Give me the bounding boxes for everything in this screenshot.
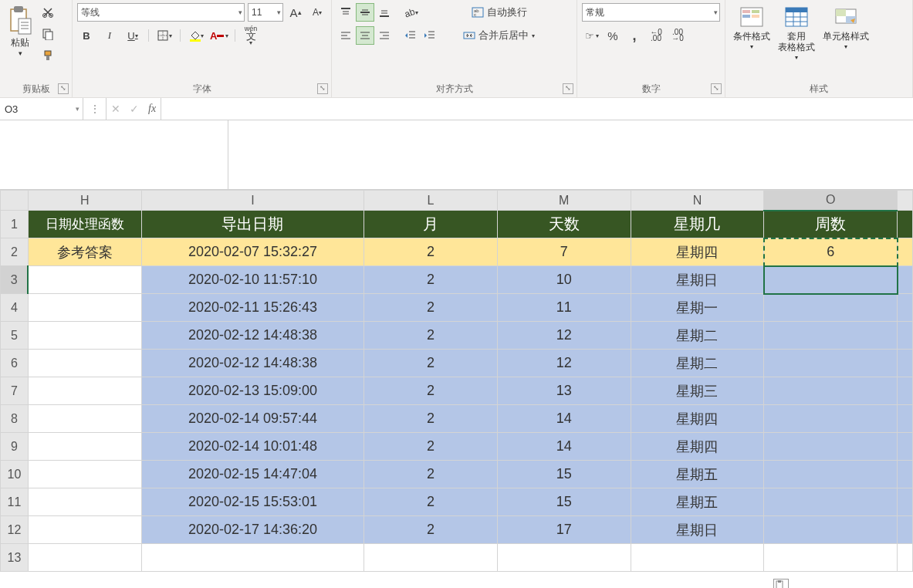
worksheet-grid[interactable]: HILMNO1日期处理函数导出日期月天数星期几周数2参考答案2020-02-07… bbox=[0, 190, 913, 572]
row-header-7[interactable]: 7 bbox=[1, 377, 29, 405]
cell-M7[interactable]: 13 bbox=[497, 377, 631, 405]
row-header-3[interactable]: 3 bbox=[1, 266, 29, 294]
cell-I13[interactable] bbox=[141, 544, 364, 572]
number-format-combo[interactable]: 常规▾ bbox=[582, 3, 720, 22]
number-launcher[interactable]: ⤡ bbox=[711, 83, 722, 94]
cell-edge[interactable] bbox=[898, 350, 913, 377]
cut-button[interactable] bbox=[39, 3, 57, 22]
row-header-13[interactable]: 13 bbox=[1, 544, 29, 572]
conditional-format-button[interactable]: 条件格式▾ bbox=[730, 3, 773, 52]
cell-L9[interactable]: 2 bbox=[364, 433, 498, 461]
cancel-formula-button[interactable]: ✕ bbox=[111, 103, 120, 115]
cell-I12[interactable]: 2020-02-17 14:36:20 bbox=[141, 516, 364, 544]
cell-I6[interactable]: 2020-02-12 14:48:38 bbox=[141, 350, 364, 377]
cell-I3[interactable]: 2020-02-10 11:57:10 bbox=[141, 266, 364, 294]
cell-H12[interactable] bbox=[28, 516, 141, 544]
comma-button[interactable]: , bbox=[625, 26, 644, 45]
borders-button[interactable]: ▾ bbox=[155, 26, 174, 45]
cell-N10[interactable]: 星期五 bbox=[631, 461, 764, 488]
cell-M3[interactable]: 10 bbox=[497, 266, 631, 294]
cell-L4[interactable]: 2 bbox=[364, 294, 498, 322]
cell-edge[interactable] bbox=[898, 488, 913, 516]
cell-I5[interactable]: 2020-02-12 14:48:38 bbox=[141, 322, 364, 350]
cell-O4[interactable] bbox=[764, 294, 898, 322]
row-header-6[interactable]: 6 bbox=[1, 350, 29, 377]
cell-L3[interactable]: 2 bbox=[364, 266, 498, 294]
cell-M5[interactable]: 12 bbox=[497, 322, 631, 350]
cell-N4[interactable]: 星期一 bbox=[631, 294, 764, 322]
cell-H9[interactable] bbox=[28, 433, 141, 461]
paste-options-tag[interactable] bbox=[773, 579, 789, 588]
cell-O3[interactable] bbox=[764, 266, 898, 294]
cell-M1[interactable]: 天数 bbox=[497, 211, 631, 238]
accounting-format-button[interactable]: ☞▾ bbox=[582, 26, 600, 45]
cell-edge[interactable] bbox=[898, 322, 913, 350]
row-header-11[interactable]: 11 bbox=[1, 488, 29, 516]
cell-M6[interactable]: 12 bbox=[497, 350, 631, 377]
select-all-corner[interactable] bbox=[1, 191, 29, 211]
font-color-button[interactable]: A▾ bbox=[210, 26, 228, 45]
cell-O13[interactable] bbox=[764, 544, 898, 572]
cell-O9[interactable] bbox=[764, 433, 898, 461]
cell-N8[interactable]: 星期四 bbox=[631, 405, 764, 433]
cell-edge[interactable] bbox=[898, 377, 913, 405]
cell-L5[interactable]: 2 bbox=[364, 322, 498, 350]
column-header-M[interactable]: M bbox=[497, 191, 631, 211]
fill-color-button[interactable]: ▾ bbox=[187, 26, 205, 45]
cell-edge[interactable] bbox=[898, 211, 913, 238]
column-header-H[interactable]: H bbox=[28, 191, 141, 211]
bold-button[interactable]: B bbox=[77, 26, 96, 45]
cell-M13[interactable] bbox=[497, 544, 631, 572]
cell-H8[interactable] bbox=[28, 405, 141, 433]
format-as-table-button[interactable]: 套用 表格格式▾ bbox=[775, 3, 818, 63]
cell-H6[interactable] bbox=[28, 350, 141, 377]
cell-I9[interactable]: 2020-02-14 10:01:48 bbox=[141, 433, 364, 461]
cell-edge[interactable] bbox=[898, 516, 913, 544]
align-left-button[interactable] bbox=[336, 26, 355, 45]
cell-O1[interactable]: 周数 bbox=[764, 211, 898, 238]
cell-N9[interactable]: 星期四 bbox=[631, 433, 764, 461]
cell-edge[interactable] bbox=[898, 433, 913, 461]
cell-N6[interactable]: 星期二 bbox=[631, 350, 764, 377]
cell-H4[interactable] bbox=[28, 294, 141, 322]
column-header-edge[interactable] bbox=[898, 191, 913, 211]
cell-N5[interactable]: 星期二 bbox=[631, 322, 764, 350]
align-middle-button[interactable] bbox=[356, 3, 374, 22]
cell-L12[interactable]: 2 bbox=[364, 516, 498, 544]
row-header-1[interactable]: 1 bbox=[1, 211, 29, 238]
row-header-4[interactable]: 4 bbox=[1, 294, 29, 322]
cell-M4[interactable]: 11 bbox=[497, 294, 631, 322]
cell-L13[interactable] bbox=[364, 544, 498, 572]
cell-L10[interactable]: 2 bbox=[364, 461, 498, 488]
cell-N7[interactable]: 星期三 bbox=[631, 377, 764, 405]
increase-font-button[interactable]: A▴ bbox=[286, 3, 305, 22]
cell-I2[interactable]: 2020-02-07 15:32:27 bbox=[141, 238, 364, 266]
cell-O7[interactable] bbox=[764, 377, 898, 405]
cell-N11[interactable]: 星期五 bbox=[631, 488, 764, 516]
row-header-5[interactable]: 5 bbox=[1, 322, 29, 350]
row-header-8[interactable]: 8 bbox=[1, 405, 29, 433]
cell-O11[interactable] bbox=[764, 488, 898, 516]
row-header-2[interactable]: 2 bbox=[1, 238, 29, 266]
column-header-N[interactable]: N bbox=[631, 191, 764, 211]
decrease-indent-button[interactable] bbox=[401, 26, 420, 45]
enter-formula-button[interactable]: ✓ bbox=[130, 103, 139, 115]
merge-center-button[interactable]: 合并后居中 ▾ bbox=[458, 26, 539, 45]
formula-bar-expand[interactable]: ⋮ bbox=[83, 98, 107, 120]
cell-M12[interactable]: 17 bbox=[497, 516, 631, 544]
row-header-12[interactable]: 12 bbox=[1, 516, 29, 544]
cell-N12[interactable]: 星期日 bbox=[631, 516, 764, 544]
align-top-button[interactable] bbox=[336, 3, 355, 22]
cell-O10[interactable] bbox=[764, 461, 898, 488]
cell-N13[interactable] bbox=[631, 544, 764, 572]
cell-L2[interactable]: 2 bbox=[364, 238, 498, 266]
column-header-I[interactable]: I bbox=[141, 191, 364, 211]
increase-indent-button[interactable] bbox=[421, 26, 439, 45]
cell-L6[interactable]: 2 bbox=[364, 350, 498, 377]
cell-H2[interactable]: 参考答案 bbox=[28, 238, 141, 266]
cell-H11[interactable] bbox=[28, 488, 141, 516]
font-size-combo[interactable]: 11▾ bbox=[248, 3, 283, 22]
cell-styles-button[interactable]: 单元格样式▾ bbox=[820, 3, 872, 52]
font-launcher[interactable]: ⤡ bbox=[317, 83, 328, 94]
cell-H7[interactable] bbox=[28, 377, 141, 405]
